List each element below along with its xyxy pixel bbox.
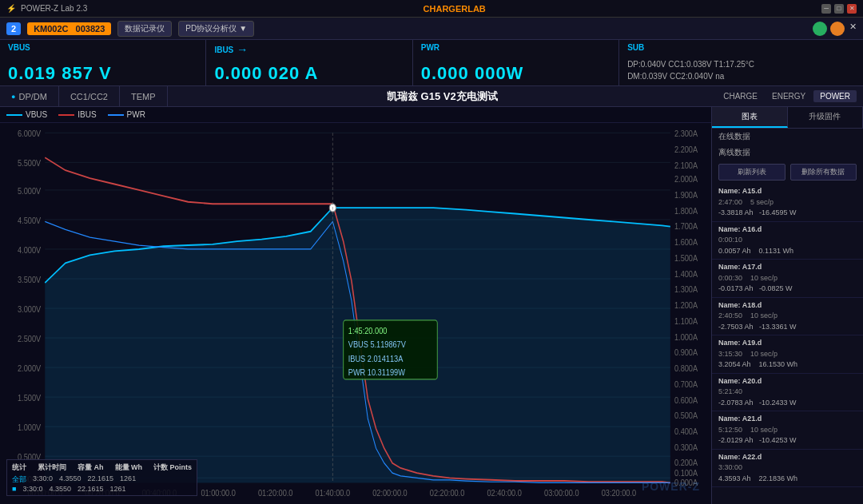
pd-analysis-button[interactable]: PD协议分析仪 ▼ — [178, 21, 254, 37]
svg-text:2.000A: 2.000A — [674, 174, 698, 184]
svg-text:1.500A: 1.500A — [674, 253, 698, 263]
record-list[interactable]: Name: A15.d 2:47:00 5 sec/p -3.3818 Ah -… — [712, 184, 863, 504]
minimize-button[interactable]: ─ — [821, 4, 831, 14]
chart-nav-charge[interactable]: CHARGE — [717, 90, 764, 102]
sub-line2: DM:0.039V CC2:0.040V na — [627, 70, 855, 82]
legend-ibus: IBUS — [58, 110, 96, 119]
list-item[interactable]: Name: A15.d 2:47:00 5 sec/p -3.3818 Ah -… — [712, 184, 863, 222]
list-item[interactable]: Name: A16.d 0:00:10 0.0057 Ah 0.1131 Wh — [712, 222, 863, 260]
close-button[interactable]: ✕ — [847, 4, 857, 14]
chart-svg-container[interactable]: .grid-line { stroke: #1a2a3a; stroke-wid… — [0, 123, 711, 498]
power-z-icon: ⚡ — [6, 4, 16, 13]
stats-ah-all: 4.3550 — [59, 474, 82, 485]
title-bar: ⚡ POWER-Z Lab 2.3 CHARGERLAB ─ □ ✕ — [0, 0, 863, 18]
legend-ibus-line — [58, 114, 74, 116]
list-item[interactable]: Name: A17.d 0:00:30 10 sec/p -0.0173 Ah … — [712, 260, 863, 298]
main-content: VBUS IBUS PWR .grid-line { stroke: #1a2a… — [0, 107, 863, 504]
status-buttons: ✕ — [813, 22, 857, 36]
svg-text:5.500V: 5.500V — [18, 159, 41, 169]
offline-data-section[interactable]: 离线数据 — [712, 145, 863, 161]
chart-nav-energy[interactable]: ENERGY — [766, 90, 812, 102]
svg-text:1.000A: 1.000A — [674, 332, 698, 342]
ibus-value: 0.000 020 A — [214, 65, 404, 82]
right-panel-tabs: 图表 升级固件 — [712, 107, 863, 129]
refresh-list-button[interactable]: 刷新列表 — [718, 164, 785, 181]
stats-header-wh: 能量 Wh — [115, 462, 143, 473]
tab-temp[interactable]: TEMP — [120, 86, 168, 106]
chart-watermark: POWER-Z — [642, 480, 700, 493]
ibus-label: IBUS — [214, 46, 233, 54]
svg-text:0.300A: 0.300A — [674, 442, 698, 452]
svg-text:01:00:00.0: 01:00:00.0 — [201, 488, 236, 498]
vbus-label: VBUS — [8, 43, 30, 52]
sub-values: DP:0.040V CC1:0.038V T1:17.25°C DM:0.039… — [627, 58, 855, 82]
svg-text:2.500V: 2.500V — [18, 334, 41, 343]
close-device-button[interactable]: ✕ — [849, 22, 857, 36]
chart-area: VBUS IBUS PWR .grid-line { stroke: #1a2a… — [0, 107, 711, 504]
svg-text:2.200A: 2.200A — [674, 145, 698, 154]
svg-text:6.000V: 6.000V — [18, 129, 41, 138]
list-item[interactable]: Name: A18.d 2:40:50 10 sec/p -2.7503 Ah … — [712, 298, 863, 336]
tab-row: ● DP/DM CC1/CC2 TEMP 凯瑞兹 G15 V2充电测试 CHAR… — [0, 86, 863, 107]
svg-text:1.900A: 1.900A — [674, 190, 698, 200]
arrow-icon: → — [237, 43, 248, 56]
stats-time-sel: 3:30:0 — [22, 485, 42, 493]
action-buttons: 刷新列表 删除所有数据 — [712, 161, 863, 184]
rp-tab-chart[interactable]: 图表 — [712, 107, 788, 128]
svg-text:1:45:20.000: 1:45:20.000 — [348, 326, 388, 335]
svg-text:1.000V: 1.000V — [18, 423, 41, 432]
app-title: POWER-Z Lab 2.3 — [21, 4, 87, 13]
svg-text:2.000V: 2.000V — [18, 363, 41, 373]
svg-text:1.300A: 1.300A — [674, 284, 698, 294]
svg-text:1.400A: 1.400A — [674, 269, 698, 279]
stats-pts-all: 1261 — [120, 474, 136, 485]
delete-all-button[interactable]: 删除所有数据 — [790, 164, 857, 181]
app-title-area: ⚡ POWER-Z Lab 2.3 — [6, 4, 87, 13]
vbus-value: 0.019 857 V — [8, 65, 197, 82]
chart-legend: VBUS IBUS PWR — [0, 107, 711, 123]
svg-text:0.100A: 0.100A — [674, 468, 698, 478]
list-item[interactable]: Name: A20.d 5:21:40 -2.0783 Ah -10.2433 … — [712, 374, 863, 412]
pwr-metric: PWR 0.000 000W — [413, 40, 619, 85]
tab-dp-dm[interactable]: ● DP/DM — [0, 86, 59, 106]
svg-text:1.800A: 1.800A — [674, 206, 698, 216]
svg-text:03:00:00.0: 03:00:00.0 — [544, 488, 579, 498]
data-record-button[interactable]: 数据记录仪 — [117, 21, 172, 37]
svg-text:4.000V: 4.000V — [18, 245, 41, 255]
svg-text:1.500V: 1.500V — [18, 393, 41, 403]
svg-text:5.000V: 5.000V — [18, 186, 41, 196]
tab-cc1-cc2[interactable]: CC1/CC2 — [59, 86, 120, 106]
svg-text:1.200A: 1.200A — [674, 300, 698, 310]
svg-text:1.600A: 1.600A — [674, 237, 698, 247]
svg-text:0.400A: 0.400A — [674, 427, 698, 436]
svg-text:3.000V: 3.000V — [18, 304, 41, 314]
legend-vbus: VBUS — [6, 110, 47, 119]
legend-vbus-line — [6, 114, 22, 116]
status-green-button[interactable] — [813, 22, 827, 36]
chart-title: 凯瑞兹 G15 V2充电测试 — [168, 89, 718, 104]
metrics-row: VBUS 0.019 857 V IBUS → 0.000 020 A PWR … — [0, 40, 863, 86]
device-bar: 2 KM002C 003823 数据记录仪 PD协议分析仪 ▼ ✕ — [0, 18, 863, 40]
legend-pwr: PWR — [108, 110, 145, 119]
device-number: 2 — [6, 22, 21, 35]
sub-metric: SUB DP:0.040V CC1:0.038V T1:17.25°C DM:0… — [619, 40, 863, 85]
list-item[interactable]: Name: A21.d 5:12:50 10 sec/p -2.0129 Ah … — [712, 411, 863, 450]
chart-svg: .grid-line { stroke: #1a2a3a; stroke-wid… — [0, 123, 711, 498]
online-data-section[interactable]: 在线数据 — [712, 129, 863, 145]
ibus-metric: IBUS → 0.000 020 A — [206, 40, 412, 85]
maximize-button[interactable]: □ — [834, 4, 844, 14]
stats-wh-sel: 22.1615 — [78, 485, 104, 493]
svg-text:2.300A: 2.300A — [674, 129, 698, 138]
list-item[interactable]: Name: A22.d 3:30:00 4.3593 Ah 22.1836 Wh — [712, 450, 863, 488]
chargerlab-logo: CHARGERLAB — [424, 4, 486, 14]
rp-tab-firmware[interactable]: 升级固件 — [788, 107, 864, 128]
svg-text:0.600A: 0.600A — [674, 395, 698, 405]
svg-text:0.800A: 0.800A — [674, 363, 698, 373]
list-item[interactable]: Name: A19.d 3:15:30 10 sec/p 3.2054 Ah 1… — [712, 335, 863, 374]
svg-text:0.200A: 0.200A — [674, 458, 698, 468]
svg-text:0.500A: 0.500A — [674, 411, 698, 420]
chart-nav-power[interactable]: POWER — [813, 90, 857, 102]
status-orange-button[interactable] — [830, 22, 845, 36]
stats-label-sel: ■ — [12, 485, 16, 493]
svg-text:02:40:00.0: 02:40:00.0 — [487, 488, 522, 498]
